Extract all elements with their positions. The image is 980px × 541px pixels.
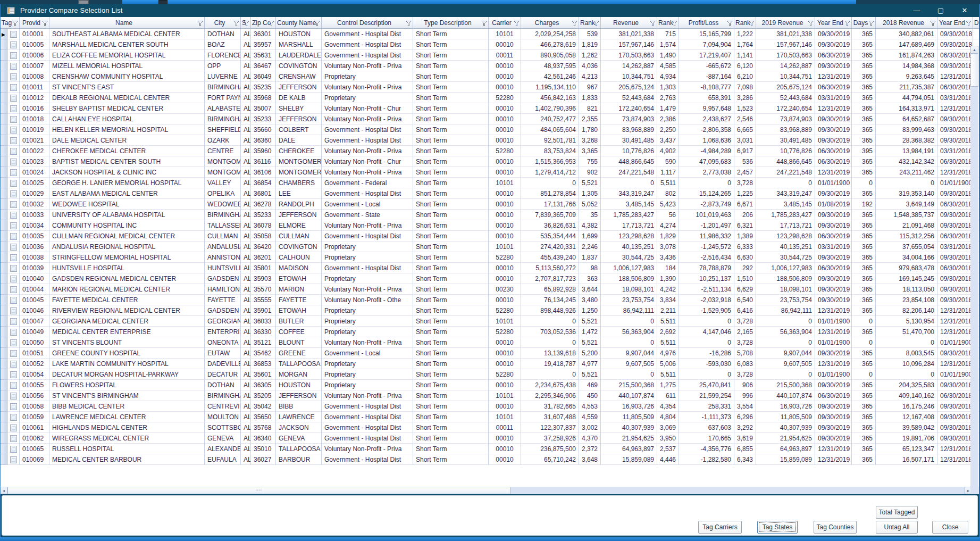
column-header-rank-15[interactable]: Rank [734,17,756,29]
table-row[interactable]: 010049MEDICAL CENTER ENTERPRISEENTERPRIS… [0,327,980,337]
row-selector[interactable] [0,284,7,295]
column-header-type-description-8[interactable]: Type Description [413,17,489,29]
table-row[interactable]: 010034COMMUNITY HOSPITAL INCTALLASSEEAL3… [0,220,980,231]
column-header-tag[interactable]: Tag [0,17,20,29]
table-row[interactable]: 010008CRENSHAW COMMUNITY HOSPITALLUVERNE… [0,71,980,82]
table-row[interactable]: 010025GEORGE H. LANIER MEMORIAL HOSPITAL… [0,178,980,188]
row-selector[interactable]: ▶ [0,29,7,39]
column-header-year-end-17[interactable]: Year End [815,17,852,29]
table-row[interactable]: 010022CHEROKEE MEDICAL CENTERCENTREAL359… [0,146,980,156]
tag-checkbox[interactable] [10,350,17,357]
tag-checkbox[interactable] [10,307,17,314]
tag-checkbox[interactable] [10,159,17,165]
filter-icon[interactable] [481,20,487,28]
row-selector[interactable] [0,316,7,327]
untag-all-button[interactable]: Untag All [876,521,918,534]
tag-checkbox[interactable] [10,63,17,70]
table-row[interactable]: 010035CULLMAN REGIONAL MEDICAL CENTERCUL… [0,231,980,242]
table-row[interactable]: 010054DECATUR MORGAN HOSPITAL-PARKWAYDEC… [0,369,980,380]
filter-icon[interactable] [844,20,850,28]
table-row[interactable]: 010012DEKALB REGIONAL MEDICAL CENTERFORT… [0,93,980,103]
tag-checkbox[interactable] [10,31,17,38]
table-row[interactable]: 010047GEORGIANA MEDICAL CENTERGEORGIANAA… [0,316,980,327]
column-header-profit-loss-14[interactable]: Profit/Loss [679,17,734,29]
tag-checkbox[interactable] [10,137,17,144]
column-header-revenue-12[interactable]: Revenue [601,17,657,29]
table-row[interactable]: 010016SHELBY BAPTIST MEDICAL CENTERALABA… [0,103,980,114]
tag-checkbox[interactable] [10,169,17,176]
table-row[interactable]: 010036ANDALUSIA REGIONAL HOSPITALANDALUS… [0,242,980,252]
row-selector[interactable] [0,114,7,124]
table-row[interactable]: 010038STRINGFELLOW MEMORIAL HOSPITALANNI… [0,252,980,263]
column-header-zip-co-5[interactable]: Zip Co [251,17,276,29]
row-selector[interactable] [0,71,7,82]
filter-icon[interactable] [930,20,936,28]
table-row[interactable]: 010029EAST ALABAMA MEDICAL CENTEROPELIKA… [0,188,980,199]
tag-checkbox[interactable] [10,127,17,134]
table-row[interactable]: 010021DALE MEDICAL CENTEROZARKAL36360DAL… [0,135,980,146]
row-selector[interactable] [0,188,7,199]
table-row[interactable]: ▶010001SOUTHEAST ALABAMA MEDICAL CENTERD… [0,29,980,39]
horizontal-scrollbar[interactable]: ◄ ∷∷ ► [0,487,972,494]
table-row[interactable]: 010050ST VINCENTS BLOUNTONEONTAAL35121BL… [0,337,980,348]
tag-checkbox[interactable] [10,446,17,453]
table-row[interactable]: 010056ST VINCENT'S BIRMINGHAMBIRMINGHAMA… [0,390,980,401]
table-row[interactable]: 010033UNIVERSITY OF ALABAMA HOSPITALBIRM… [0,210,980,220]
tag-checkbox[interactable] [10,222,17,229]
tag-checkbox[interactable] [10,148,17,155]
tag-checkbox[interactable] [10,297,17,304]
filter-icon[interactable] [808,20,814,28]
scroll-up-button[interactable]: ▲ [970,46,978,54]
tag-checkbox[interactable] [10,73,17,80]
tag-counties-button[interactable]: Tag Counties [814,521,857,534]
table-row[interactable]: 010024JACKSON HOSPITAL & CLINIC INCMONTG… [0,167,980,178]
table-row[interactable]: 010019HELEN KELLER MEMORIAL HOSPITALSHEF… [0,124,980,135]
row-selector[interactable] [0,82,7,93]
column-header-year-end-20[interactable]: Year End [937,17,973,29]
column-header-2018-revenue-19[interactable]: 2018 Revenue [876,17,937,29]
row-selector[interactable] [0,124,7,135]
column-header-county-name-6[interactable]: County Name [276,17,322,29]
tag-checkbox[interactable] [10,105,17,112]
vertical-scrollbar[interactable]: ▲ ▼ [970,46,978,494]
column-header-rank-13[interactable]: Rank [657,17,679,29]
maximize-button[interactable]: ▢ [933,4,949,17]
tag-checkbox[interactable] [10,456,17,463]
minimize-button[interactable]: — [909,4,925,17]
row-selector[interactable] [0,135,7,146]
row-selector[interactable] [0,433,7,444]
close-button[interactable]: Close [932,521,968,534]
row-selector[interactable] [0,263,7,273]
row-selector[interactable] [0,210,7,220]
filter-icon[interactable] [406,20,412,28]
column-header-name-2[interactable]: Name [49,17,205,29]
row-selector[interactable] [0,93,7,103]
total-tagged-button[interactable]: Total Tagged [876,506,918,519]
table-row[interactable]: 010058BIBB MEDICAL CENTERCENTREVILLEAL35… [0,401,980,412]
row-selector[interactable] [0,348,7,359]
row-selector[interactable] [0,178,7,188]
tag-carriers-button[interactable]: Tag Carriers [698,521,742,534]
table-row[interactable]: 010059LAWRENCE MEDICAL CENTERMOULTONAL35… [0,412,980,422]
filter-icon[interactable] [593,20,599,28]
table-row[interactable]: 010069MEDICAL CENTER BARBOUREUFAULAAL360… [0,454,980,465]
filter-icon[interactable] [727,20,733,28]
column-header-days-18[interactable]: Days [852,17,876,29]
row-selector[interactable] [0,50,7,61]
filter-icon[interactable] [12,20,18,28]
row-selector[interactable] [0,103,7,114]
row-selector[interactable] [0,146,7,156]
tag-checkbox[interactable] [10,286,17,293]
row-selector[interactable] [0,231,7,242]
table-row[interactable]: 010007MIZELL MEMORIAL HOSPITALOPPAL36467… [0,61,980,71]
tag-checkbox[interactable] [10,425,17,431]
row-selector[interactable] [0,327,7,337]
row-selector[interactable] [0,390,7,401]
row-selector[interactable] [0,422,7,433]
table-row[interactable]: 010039HUNTSVILLE HOSPITALHUNTSVILLEAL358… [0,263,980,273]
row-selector[interactable] [0,359,7,369]
column-header-2019-revenue-16[interactable]: 2019 Revenue [756,17,815,29]
filter-icon[interactable] [749,20,755,28]
tag-checkbox[interactable] [10,244,17,251]
row-selector[interactable] [0,380,7,390]
